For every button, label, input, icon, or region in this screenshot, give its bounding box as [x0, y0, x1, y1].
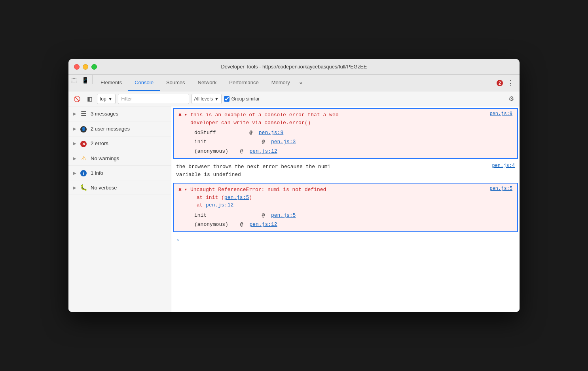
tab-sources[interactable]: Sources — [160, 75, 192, 91]
console-error-entry-2: ✖ ▾ Uncaught ReferenceError: num1 is not… — [173, 183, 518, 232]
stack-row-1a: doStuff @ pen.js:9 — [194, 128, 512, 137]
console-sidebar: ▶ ☰ 3 messages ▶ 👤 2 user messages ▶ ✕ 2… — [68, 106, 171, 312]
window-title: Developer Tools - https://codepen.io/kay… — [68, 64, 520, 70]
settings-button[interactable]: ⚙ — [506, 94, 516, 104]
stack-fn-1a: doStuff — [194, 128, 234, 137]
sidebar-toggle-button[interactable]: ◧ — [84, 94, 95, 104]
sidebar-item-verbose[interactable]: ▶ 🐛 No verbose — [68, 180, 171, 195]
error1-stack: doStuff @ pen.js:9 init @ pen.js:3 (anon… — [178, 128, 512, 156]
tab-more[interactable]: » — [296, 75, 305, 91]
error-icon-2: ✖ — [178, 186, 182, 193]
stack-fn-1c: (anonymous) — [194, 147, 234, 156]
inspect-element-button[interactable]: ⬚ — [68, 75, 80, 86]
sidebar-item-messages[interactable]: ▶ ☰ 3 messages — [68, 106, 171, 121]
tab-divider — [92, 75, 93, 84]
stack-row-1c: (anonymous) @ pen.js:12 — [194, 147, 512, 156]
error1-location[interactable]: pen.js:9 — [489, 111, 512, 117]
error2-stack: init @ pen.js:5 (anonymous) @ pen.js:12 — [178, 211, 512, 229]
error2-message: Uncaught ReferenceError: num1 is not def… — [184, 187, 326, 208]
prompt-chevron-icon: › — [176, 237, 180, 244]
stack-row-2b: (anonymous) @ pen.js:12 — [194, 220, 512, 229]
stack-link-2a[interactable]: pen.js:5 — [271, 211, 296, 220]
error1-message: this is an example of a console error th… — [184, 112, 338, 126]
user-icon: 👤 — [80, 125, 87, 132]
stack-link-1c[interactable]: pen.js:12 — [249, 147, 277, 156]
error-badge-area: 2 ⋮ — [497, 75, 520, 91]
error-icon: ✕ — [80, 140, 87, 148]
context-label: top — [100, 96, 106, 102]
stack-fn-2a: init — [194, 211, 234, 220]
sidebar-arrow-messages: ▶ — [73, 112, 76, 116]
device-toggle-button[interactable]: 📱 — [80, 75, 91, 86]
error2-inline-link1[interactable]: pen.js:5 — [224, 195, 249, 201]
error2-location[interactable]: pen.js:5 — [489, 186, 512, 191]
error-icon-1: ✖ — [178, 112, 182, 118]
sidebar-item-info[interactable]: ▶ i 1 info — [68, 166, 171, 180]
stack-fn-2b: (anonymous) — [194, 220, 234, 229]
sidebar-item-user-messages[interactable]: ▶ 👤 2 user messages — [68, 121, 171, 136]
sidebar-arrow-user: ▶ — [73, 127, 76, 131]
sidebar-arrow-info: ▶ — [73, 171, 76, 175]
context-select[interactable]: top ▼ — [97, 94, 116, 104]
sidebar-user-messages-label: 2 user messages — [91, 126, 167, 132]
error2-inline-link2[interactable]: pen.js:12 — [206, 202, 233, 208]
info-row-1: the browser throws the next error becaus… — [176, 163, 515, 178]
list-icon: ☰ — [80, 110, 87, 117]
error-count-badge: 2 — [497, 80, 503, 86]
console-error-entry-1: ✖ ▾ this is an example of a console erro… — [173, 108, 518, 159]
sidebar-info-label: 1 info — [91, 170, 167, 176]
traffic-lights — [74, 64, 97, 70]
stack-link-2b[interactable]: pen.js:12 — [249, 220, 277, 229]
sidebar-errors-label: 2 errors — [91, 140, 167, 146]
console-output: ✖ ▾ this is an example of a console erro… — [171, 106, 520, 312]
tab-console[interactable]: Console — [128, 75, 160, 91]
info1-message: the browser throws the next error becaus… — [176, 163, 330, 178]
console-row-1: ✖ ▾ this is an example of a console erro… — [178, 111, 512, 127]
tab-performance[interactable]: Performance — [223, 75, 265, 91]
sidebar-arrow-verbose: ▶ — [73, 186, 76, 190]
levels-select[interactable]: All levels ▼ — [192, 94, 222, 104]
levels-label: All levels — [194, 96, 213, 102]
stack-row-2a: init @ pen.js:5 — [194, 211, 512, 220]
console-prompt[interactable]: › — [171, 234, 520, 247]
tab-elements[interactable]: Elements — [94, 75, 128, 91]
group-similar-label: Group similar — [231, 96, 260, 102]
stack-fn-1b: init — [194, 137, 234, 146]
stack-row-1b: init @ pen.js:3 — [194, 137, 512, 146]
minimize-button[interactable] — [83, 64, 88, 70]
devtools-window: Developer Tools - https://codepen.io/kay… — [68, 59, 520, 312]
main-layout: ▶ ☰ 3 messages ▶ 👤 2 user messages ▶ ✕ 2… — [68, 106, 520, 312]
sidebar-arrow-errors: ▶ — [73, 141, 76, 146]
maximize-button[interactable] — [91, 64, 97, 70]
group-similar-wrap: Group similar — [224, 96, 260, 102]
tab-memory[interactable]: Memory — [265, 75, 296, 91]
console-toolbar: 🚫 ◧ top ▼ All levels ▼ Group similar ⚙ — [68, 91, 520, 106]
console-row-2: ✖ ▾ Uncaught ReferenceError: num1 is not… — [178, 186, 512, 209]
filter-input[interactable] — [118, 94, 189, 104]
sidebar-verbose-label: No verbose — [91, 185, 167, 191]
info-icon: i — [80, 169, 87, 176]
context-chevron-icon: ▼ — [108, 96, 113, 102]
console-info-entry-1: the browser throws the next error becaus… — [171, 161, 520, 181]
stack-link-1a[interactable]: pen.js:9 — [259, 128, 283, 137]
sidebar-messages-label: 3 messages — [91, 111, 167, 117]
sidebar-item-errors[interactable]: ▶ ✕ 2 errors — [68, 136, 171, 151]
verbose-icon: 🐛 — [80, 184, 87, 191]
group-similar-checkbox[interactable] — [224, 96, 230, 102]
close-button[interactable] — [74, 64, 80, 70]
warning-icon: ⚠ — [80, 155, 87, 162]
sidebar-arrow-warnings: ▶ — [73, 156, 76, 161]
levels-chevron-icon: ▼ — [214, 97, 219, 101]
sidebar-warnings-label: No warnings — [91, 155, 167, 161]
three-dot-menu-button[interactable]: ⋮ — [505, 78, 516, 88]
info1-location[interactable]: pen.js:4 — [492, 163, 515, 168]
tab-network[interactable]: Network — [192, 75, 223, 91]
sidebar-item-warnings[interactable]: ▶ ⚠ No warnings — [68, 151, 171, 166]
titlebar: Developer Tools - https://codepen.io/kay… — [68, 59, 520, 75]
stack-link-1b[interactable]: pen.js:3 — [271, 137, 296, 146]
tab-bar: ⬚ 📱 Elements Console Sources Network Per… — [68, 75, 520, 91]
clear-console-button[interactable]: 🚫 — [72, 94, 82, 104]
